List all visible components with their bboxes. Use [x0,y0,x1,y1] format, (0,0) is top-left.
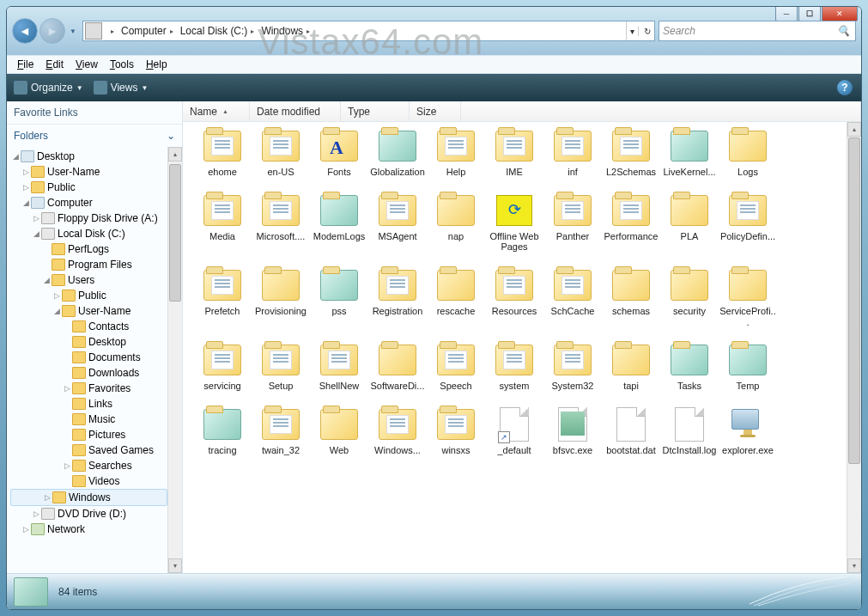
file-item[interactable]: Media [193,193,252,253]
file-item[interactable]: Tasks [660,343,719,392]
search-input[interactable]: Search 🔍 [659,21,856,41]
back-button[interactable]: ◄ [12,18,38,44]
file-item[interactable]: servicing [193,343,252,392]
scroll-down-button[interactable]: ▾ [847,558,861,573]
menu-edit[interactable]: Edit [40,58,69,71]
menu-view[interactable]: View [70,58,103,71]
crumb-root[interactable]: ▸ [104,21,118,40]
file-item[interactable]: Provisioning [252,268,310,327]
views-button[interactable]: Views▼ [94,81,149,95]
forward-button[interactable]: ► [39,18,65,44]
address-bar[interactable]: ▸ Computer▸ Local Disk (C:)▸ Windows▸ ▾↻ [82,21,655,41]
file-item[interactable]: Help [427,129,485,178]
folders-header[interactable]: Folders⌄ [7,125,182,147]
file-item[interactable]: ehome [193,129,252,178]
menu-help[interactable]: Help [141,58,173,71]
file-item[interactable]: Registration [368,268,427,327]
tree-node[interactable]: ◢User-Name [10,303,167,319]
file-item[interactable]: Web [310,407,368,456]
crumb-windows[interactable]: Windows▸ [258,21,313,40]
address-dropdown[interactable]: ▾ [630,27,634,36]
tree-node[interactable]: ▷Searches [10,458,167,473]
file-item[interactable]: AFonts [310,129,368,178]
tree-node[interactable]: ▷Network [10,521,167,537]
file-item[interactable]: en-US [252,129,310,178]
tree-node[interactable]: ▷Public [10,288,167,303]
tree-node[interactable]: Pictures [10,427,167,442]
tree-node[interactable]: ◢Desktop [10,149,167,164]
scroll-up-button[interactable]: ▴ [847,122,861,137]
chevron-down-icon[interactable]: ⌄ [167,130,175,142]
tree-node[interactable]: ▷Windows [10,489,167,506]
tree-node[interactable]: Music [10,412,167,427]
file-item[interactable]: Panther [543,193,602,253]
tree-node[interactable]: ◢Computer [10,195,167,210]
file-item[interactable]: bootstat.dat [602,407,660,456]
tree-node[interactable]: ▷User-Name [10,164,167,180]
file-item[interactable]: twain_32 [252,407,310,456]
tree-node[interactable]: PerfLogs [10,241,167,257]
file-item[interactable]: system [485,343,543,392]
scroll-thumb[interactable] [848,137,860,464]
tree-node[interactable]: ◢Users [10,272,167,288]
menu-tools[interactable]: Tools [105,58,139,71]
refresh-button[interactable]: ↻ [638,27,651,36]
menu-file[interactable]: File [12,58,39,71]
file-item[interactable]: Prefetch [193,268,252,327]
col-type[interactable]: Type [341,101,410,121]
file-item[interactable]: Setup [252,343,310,392]
file-item[interactable]: Logs [719,129,777,178]
file-item[interactable]: Globalization [368,129,427,178]
file-item[interactable]: Resources [485,268,543,327]
file-item[interactable]: security [660,268,719,327]
file-item[interactable]: inf [543,129,602,178]
scroll-down-button[interactable]: ▾ [168,558,182,573]
file-item[interactable]: winsxs [427,407,485,456]
file-item[interactable]: pss [310,268,368,327]
scroll-up-button[interactable]: ▴ [168,147,182,162]
crumb-localdisk[interactable]: Local Disk (C:)▸ [177,21,258,40]
file-item[interactable]: Performance [602,193,660,253]
tree-node[interactable]: Contacts [10,319,167,334]
history-dropdown[interactable]: ▼ [67,18,79,44]
close-button[interactable]: ✕ [822,6,858,21]
items-view[interactable]: ehomeen-USAFontsGlobalizationHelpIMEinfL… [183,122,847,573]
file-item[interactable]: PolicyDefin... [719,193,777,253]
file-item[interactable]: tapi [602,343,660,392]
favorite-links-header[interactable]: Favorite Links [7,101,182,124]
file-item[interactable]: ServiceProfi... [719,268,777,327]
file-item[interactable]: ⟳Offline Web Pages [485,193,543,253]
tree-node[interactable]: Downloads [10,365,167,381]
file-item[interactable]: MSAgent [368,193,427,253]
file-item[interactable]: explorer.exe [719,407,777,456]
tree-node[interactable]: Videos [10,473,167,489]
col-size[interactable]: Size [410,101,461,121]
tree-node[interactable]: ▷Floppy Disk Drive (A:) [10,210,167,226]
file-item[interactable]: schemas [602,268,660,327]
tree-node[interactable]: ◢Local Disk (C:) [10,226,167,241]
file-item[interactable]: nap [427,193,485,253]
crumb-computer[interactable]: Computer▸ [118,21,177,40]
tree-node[interactable]: Links [10,396,167,412]
file-item[interactable]: Windows... [368,407,427,456]
file-item[interactable]: Speech [427,343,485,392]
file-item[interactable]: SchCache [543,268,602,327]
file-item[interactable]: LiveKernel... [660,129,719,178]
tree-node[interactable]: ▷Public [10,180,167,195]
file-item[interactable]: ModemLogs [310,193,368,253]
tree-node[interactable]: Desktop [10,334,167,350]
tree-node[interactable]: Documents [10,350,167,365]
minimize-button[interactable]: ─ [775,6,798,21]
file-item[interactable]: System32 [543,343,602,392]
col-date-modified[interactable]: Date modified [250,101,341,121]
tree-node[interactable]: ▷Favorites [10,381,167,396]
col-name[interactable]: Name▲ [183,101,250,121]
file-item[interactable]: rescache [427,268,485,327]
organize-button[interactable]: Organize▼ [14,81,83,95]
folder-tree[interactable]: ◢Desktop▷User-Name▷Public◢Computer▷Flopp… [7,147,167,573]
maximize-button[interactable]: ☐ [798,6,821,21]
file-item[interactable]: SoftwareDi... [368,343,427,392]
file-item[interactable]: tracing [193,407,252,456]
file-item[interactable]: PLA [660,193,719,253]
scroll-thumb[interactable] [169,164,181,302]
